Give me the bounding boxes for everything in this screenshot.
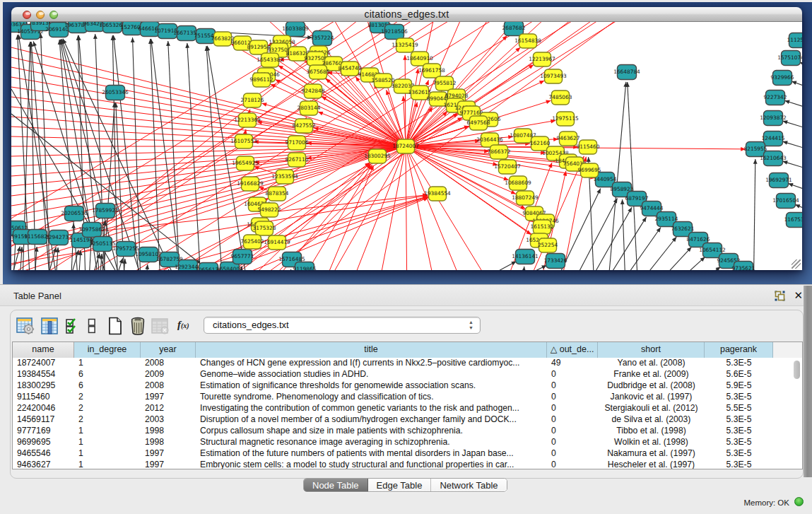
network-edge[interactable] (623, 199, 627, 270)
network-edge[interactable] (315, 146, 406, 270)
column-header-year[interactable]: year (141, 342, 196, 358)
tab-edge-table[interactable]: Edge Table (368, 479, 432, 491)
network-edge[interactable] (406, 146, 471, 270)
edge-arrow-icon (642, 217, 647, 222)
table-panel: Table Panel ✕ (0, 284, 812, 514)
network-edge[interactable] (562, 198, 618, 270)
cell-out_de: 0 (547, 369, 598, 380)
network-edge[interactable] (11, 40, 406, 146)
network-edge[interactable] (406, 146, 407, 270)
node-label: 16961758 (418, 67, 445, 74)
column-header-short[interactable]: short (598, 342, 705, 358)
new-column-icon[interactable] (107, 317, 124, 335)
cell-short: Nakamura et al. (1997) (598, 448, 705, 460)
node-label: 15751074 (777, 54, 802, 61)
delete-column-icon[interactable] (129, 317, 147, 335)
table-row[interactable]: 977716911998Corpus callosum shape and si… (13, 426, 802, 437)
network-canvas[interactable]: 9036341140557127839136206914061963780596… (11, 22, 802, 270)
table-row[interactable]: 946554611997Estimation of the future num… (13, 448, 802, 460)
cell-year: 2008 (141, 358, 196, 369)
window-titlebar[interactable]: citations_edges.txt (11, 7, 802, 22)
table-select[interactable]: citations_edges.txt ▲▼ (204, 317, 481, 334)
network-edge[interactable] (753, 159, 755, 270)
delete-table-icon[interactable] (151, 317, 170, 335)
node-label: 9119865 (293, 266, 317, 270)
node-table[interactable]: namein_degreeyeartitle△ out_de...shortpa… (12, 341, 803, 469)
table-row[interactable]: 911546021997Tourette syndrome. Phenomeno… (13, 392, 802, 403)
network-edge[interactable] (406, 146, 439, 270)
resize-grip-icon[interactable] (792, 259, 801, 269)
cell-out_de: 49 (547, 358, 598, 369)
node-label: 9896112 (250, 76, 273, 83)
node-label: 19692971 (765, 177, 792, 183)
edge-arrow-icon (318, 112, 323, 115)
cell-in_degree: 1 (74, 437, 141, 448)
tab-network-table[interactable]: Network Table (431, 479, 506, 491)
node-label: 26053346 (102, 89, 129, 95)
column-header-title[interactable]: title (196, 342, 547, 358)
close-panel-icon[interactable]: ✕ (794, 290, 803, 301)
network-edge[interactable] (206, 46, 224, 270)
table-options-icon[interactable] (16, 317, 35, 335)
column-header-pagerank[interactable]: pagerank (705, 342, 773, 358)
network-edge[interactable] (792, 81, 802, 93)
network-edge[interactable] (406, 146, 502, 270)
node-label: 18300295 (364, 153, 391, 159)
cytoscape-desktop: citations_edges.txt 90363411405571278391… (3, 2, 812, 284)
table-row[interactable]: 946362711997Embryonic stem cells: a mode… (13, 460, 802, 469)
cell-pagerank: 5.3E-5 (705, 358, 773, 369)
network-edge[interactable] (606, 228, 661, 271)
node-label: 18724007 (392, 143, 419, 149)
column-header-name[interactable]: name (13, 342, 74, 358)
show-columns-icon[interactable] (41, 317, 58, 335)
table-row[interactable]: 1830029562008Estimation of significance … (13, 380, 802, 392)
cell-short: Jankovic et al. (1997) (598, 392, 705, 403)
node-label: 14136141 (512, 253, 539, 259)
node-label: 19166829 (237, 180, 264, 187)
node-label: 16914479 (264, 239, 290, 245)
node-label: 9329966 (771, 74, 794, 81)
right-splitter[interactable] (804, 286, 812, 477)
network-edge[interactable] (435, 262, 517, 270)
node-label: 16033809 (282, 25, 309, 32)
node-label: 9717006 (286, 139, 309, 146)
vertical-scrollbar[interactable] (794, 361, 800, 379)
select-all-icon[interactable] (65, 317, 81, 334)
network-edge[interactable] (114, 35, 143, 270)
table-row[interactable]: 969969511998Structural magnetic resonanc… (13, 437, 802, 448)
cell-year: 1997 (141, 448, 196, 460)
node-label: 9463627 (557, 135, 580, 141)
column-header-in_degree[interactable]: in_degree (74, 342, 141, 358)
network-edge[interactable] (628, 82, 639, 270)
table-tabs: Node TableEdge TableNetwork Table (303, 478, 507, 492)
node-label: 15720407 (494, 163, 521, 170)
cell-name: 19384554 (13, 369, 74, 380)
column-header-out_de[interactable]: △ out_de... (547, 342, 598, 358)
cell-pagerank: 5.3E-5 (705, 460, 773, 469)
network-edge[interactable] (11, 146, 406, 199)
network-edge[interactable] (151, 39, 184, 270)
table-container: f(x) citations_edges.txt ▲▼ namein_degre… (10, 310, 804, 479)
network-edge[interactable] (288, 269, 291, 270)
table-row[interactable]: 1938455462009Genome–wide association stu… (13, 369, 802, 380)
tab-node-table[interactable]: Node Table (304, 479, 368, 491)
network-edge[interactable] (669, 267, 721, 270)
function-builder-icon[interactable]: f(x) (177, 319, 189, 331)
node-label: 18807249 (512, 194, 539, 201)
table-row[interactable]: 2242004622012Investigating the contribut… (13, 403, 802, 414)
unselect-all-icon[interactable] (88, 318, 96, 334)
cell-title: Embryonic stem cells: a model to study s… (196, 460, 547, 469)
network-edge[interactable] (592, 217, 647, 270)
edge-arrow-icon (784, 100, 789, 105)
node-label: 1112506 (787, 37, 802, 43)
network-edge[interactable] (652, 257, 705, 270)
node-label: 20206536 (61, 210, 88, 216)
node-label: 12213967 (529, 56, 555, 62)
float-panel-icon[interactable] (774, 290, 786, 302)
cell-short: Yano et al. (2008) (598, 358, 705, 369)
node-label: 12353594 (271, 173, 298, 180)
network-edge[interactable] (638, 247, 692, 270)
table-row[interactable]: 1872400712008Changes of HCN gene express… (13, 358, 802, 369)
edge-arrow-icon (788, 183, 793, 187)
table-row[interactable]: 1456911722003Disruption of a novel membe… (13, 414, 802, 426)
